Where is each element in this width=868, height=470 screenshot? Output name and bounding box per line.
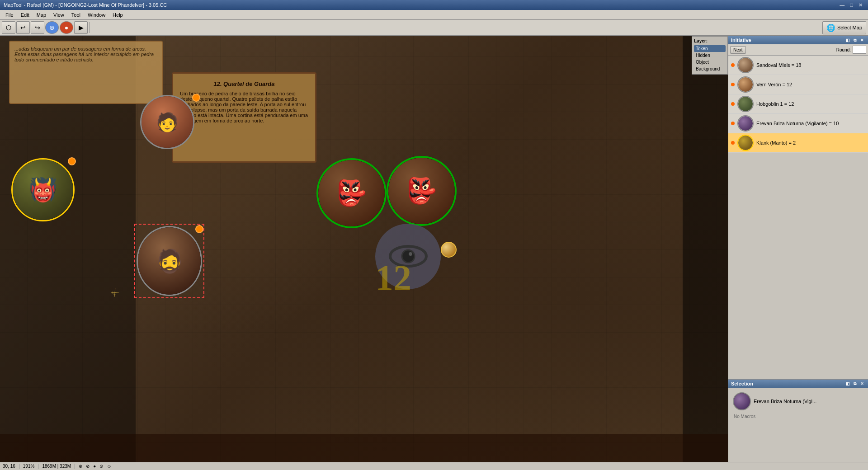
selection-expand-btn[interactable]: ⧉ xyxy=(852,381,858,387)
status-icon-1[interactable]: ⊕ xyxy=(79,464,82,469)
location-title: 12. Quartel de Guarda xyxy=(180,80,308,87)
initiative-panel-controls: ◧ ⧉ ✕ xyxy=(844,37,865,43)
init-status-dot-0 xyxy=(731,63,735,67)
status-sep-3 xyxy=(75,464,75,469)
init-avatar-img-3 xyxy=(738,116,753,131)
status-zoom: 191% xyxy=(23,464,35,469)
init-status-dot-4 xyxy=(731,141,735,145)
toolbar-btn-redo[interactable]: ↩ xyxy=(31,21,44,34)
layer-token[interactable]: Token xyxy=(694,45,726,52)
statusbar: 30, 16 191% 1869M | 323M ⊕ ⊘ ● ⊙ ☺ xyxy=(0,462,868,470)
status-icon-5[interactable]: ☺ xyxy=(107,464,111,469)
toolbar-btn-undo[interactable]: ↩ xyxy=(16,21,30,34)
close-btn[interactable]: ✕ xyxy=(857,2,864,8)
initiative-panel-header: Initiative ◧ ⧉ ✕ xyxy=(728,36,868,44)
status-memory: 1869M | 323M xyxy=(42,464,71,469)
right-panels: Initiative ◧ ⧉ ✕ Next Round: xyxy=(728,36,868,470)
selection-close-btn[interactable]: ✕ xyxy=(859,381,865,387)
titlebar-title: MapTool - Rafael (GM) - [ONGOING2-Lost M… xyxy=(4,2,167,8)
init-avatar-4 xyxy=(737,135,754,151)
initiative-title: Initiative xyxy=(731,38,751,43)
map-area[interactable]: ...adas bloqueam um par de passagens em … xyxy=(0,36,728,470)
token-dark-hair[interactable]: 🧔 xyxy=(137,226,202,296)
init-avatar-2 xyxy=(737,96,754,112)
init-avatar-img-0 xyxy=(738,58,753,72)
menubar: File Edit Map View Tool Window Help xyxy=(0,10,868,20)
map-number: 12 xyxy=(375,258,411,299)
token-hobgoblin-2[interactable]: 👺 xyxy=(387,156,457,226)
toolbar-btn-select[interactable]: ⬡ xyxy=(2,21,15,34)
menu-help[interactable]: Help xyxy=(109,11,127,19)
init-status-dot-1 xyxy=(731,83,735,86)
initiative-round-label: Round: xyxy=(836,47,851,52)
status-dot-3 xyxy=(195,225,203,233)
selection-float-btn[interactable]: ◧ xyxy=(844,381,851,387)
selection-char-name: Erevan Briza Noturna (Vigl... xyxy=(754,399,816,404)
select-map-button[interactable]: 🌐 Select Map xyxy=(822,21,866,34)
no-macros-text: No Macros xyxy=(731,412,865,421)
initiative-item-0[interactable]: Sandoval Miels = 18 xyxy=(728,56,868,75)
initiative-toolbar: Next Round: xyxy=(728,44,868,56)
token-hobgoblin-1[interactable]: 👺 xyxy=(316,158,387,228)
menu-view[interactable]: View xyxy=(50,11,68,19)
selection-panel-header: Selection ◧ ⧉ ✕ xyxy=(728,380,868,388)
layer-object[interactable]: Object xyxy=(694,59,726,66)
map-text-panel: ...adas bloqueam um par de passagens em … xyxy=(9,41,163,104)
init-name-1: Vern Verón = 12 xyxy=(756,82,865,87)
init-status-dot-3 xyxy=(731,122,735,125)
selection-panel-controls: ◧ ⧉ ✕ xyxy=(844,381,865,387)
layer-background[interactable]: Background xyxy=(694,66,726,72)
initiative-expand-btn[interactable]: ⧉ xyxy=(852,37,858,43)
initiative-item-3[interactable]: Erevan Briza Noturna (Vigilante) = 10 xyxy=(728,114,868,133)
toolbar-btn-zoom-in[interactable]: ⊕ xyxy=(45,21,59,34)
initiative-item-2[interactable]: Hobgoblin 1 = 12 xyxy=(728,94,868,114)
token-goblin-selected[interactable]: 👹 xyxy=(11,158,75,221)
menu-edit[interactable]: Edit xyxy=(17,11,33,19)
main-area: ...adas bloqueam um par de passagens em … xyxy=(0,36,868,470)
status-icon-4[interactable]: ⊙ xyxy=(99,464,103,469)
token-redhead[interactable]: 🧑 xyxy=(140,95,194,149)
selection-panel: Selection ◧ ⧉ ✕ Erevan Briza Noturna (Vi… xyxy=(728,380,868,470)
initiative-item-4[interactable]: Klank (Manto) = 2 xyxy=(728,133,868,153)
status-icon-3[interactable]: ● xyxy=(93,464,96,469)
initiative-next-btn[interactable]: Next xyxy=(730,46,746,54)
layer-label: Layer: xyxy=(694,38,726,43)
toolbar: ⬡ ↩ ↩ ⊕ ● ▶ 🌐 Select Map xyxy=(0,20,868,36)
layer-panel: Layer: Token Hidden Object Background xyxy=(692,36,728,75)
initiative-close-btn[interactable]: ✕ xyxy=(859,37,865,43)
minimize-btn[interactable]: — xyxy=(838,2,846,8)
menu-map[interactable]: Map xyxy=(33,11,50,19)
menu-window[interactable]: Window xyxy=(84,11,109,19)
titlebar-controls: — □ ✕ xyxy=(838,2,864,8)
status-sep-1 xyxy=(19,464,19,469)
initiative-item-1[interactable]: Vern Verón = 12 xyxy=(728,75,868,94)
selection-char: Erevan Briza Noturna (Vigl... xyxy=(731,390,865,412)
status-coords: 30, 16 xyxy=(3,464,15,469)
status-dot-2 xyxy=(68,157,76,165)
init-name-4: Klank (Manto) = 2 xyxy=(756,140,865,146)
init-name-2: Hobgoblin 1 = 12 xyxy=(756,101,865,107)
init-status-dot-2 xyxy=(731,102,735,106)
menu-tool[interactable]: Tool xyxy=(68,11,84,19)
status-icon-2[interactable]: ⊘ xyxy=(86,464,90,469)
status-sep-2 xyxy=(38,464,38,469)
init-avatar-img-1 xyxy=(738,77,753,92)
selection-title: Selection xyxy=(731,381,753,386)
init-name-0: Sandoval Miels = 18 xyxy=(756,62,865,68)
layer-hidden[interactable]: Hidden xyxy=(694,52,726,59)
initiative-round: Round: xyxy=(836,46,866,54)
initiative-round-input[interactable] xyxy=(853,46,866,54)
toolbar-btn-something[interactable]: ● xyxy=(60,21,73,34)
select-map-label: Select Map xyxy=(837,25,862,30)
sel-avatar-img xyxy=(734,393,750,409)
toolbar-separator xyxy=(90,22,90,33)
init-avatar-3 xyxy=(737,115,754,132)
maximize-btn[interactable]: □ xyxy=(848,2,855,8)
initiative-float-btn[interactable]: ◧ xyxy=(844,37,851,43)
menu-file[interactable]: File xyxy=(2,11,17,19)
init-name-3: Erevan Briza Noturna (Vigilante) = 10 xyxy=(756,121,865,126)
toolbar-btn-play[interactable]: ▶ xyxy=(74,21,88,34)
initiative-panel: Initiative ◧ ⧉ ✕ Next Round: xyxy=(728,36,868,380)
selection-content: Erevan Briza Noturna (Vigl... No Macros xyxy=(728,388,868,423)
titlebar: MapTool - Rafael (GM) - [ONGOING2-Lost M… xyxy=(0,0,868,10)
